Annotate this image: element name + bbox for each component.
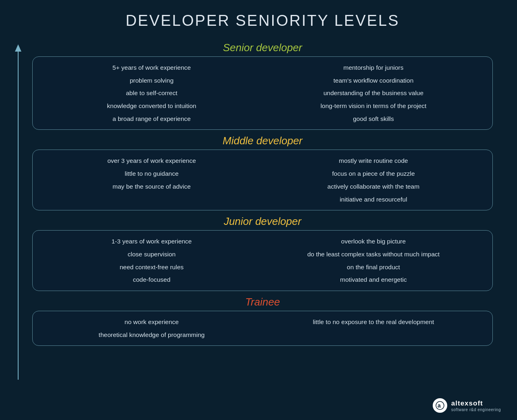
item-right-senior-4: good soft skills	[353, 114, 394, 123]
item-left-senior-2: able to self-correct	[126, 89, 177, 98]
item-right-junior-2: on the final product	[347, 263, 400, 272]
item-right-junior-3: motivated and energetic	[340, 275, 407, 284]
section-box-trainee: no work experiencetheoretical knowledge …	[32, 311, 493, 346]
item-left-trainee-1: theoretical knowledge of programming	[99, 331, 205, 339]
branding: a altexsoft software r&d engineering	[433, 398, 501, 413]
section-box-senior: 5+ years of work experienceproblem solvi…	[32, 56, 493, 130]
section-right-middle: mostly write routine codefocus on a piec…	[263, 156, 484, 204]
item-right-senior-1: team's workflow coordination	[334, 76, 414, 85]
item-right-middle-0: mostly write routine code	[339, 156, 408, 165]
item-right-middle-2: actively collaborate with the team	[327, 182, 419, 191]
item-left-middle-1: little to no guidance	[125, 169, 179, 178]
item-left-middle-2: may be the source of advice	[113, 182, 191, 191]
section-left-senior: 5+ years of work experienceproblem solvi…	[41, 63, 263, 123]
section-right-junior: overlook the big picturedo the least com…	[263, 237, 484, 284]
item-right-senior-2: understanding of the business value	[323, 89, 423, 98]
section-left-junior: 1-3 years of work experienceclose superv…	[41, 237, 263, 284]
item-left-senior-4: a broad range of experience	[113, 114, 191, 123]
page-title: DEVELOPER SENIORITY LEVELS	[32, 12, 493, 29]
item-left-junior-1: close supervision	[128, 250, 176, 259]
item-right-senior-0: mentorship for juniors	[343, 63, 403, 72]
section-title-trainee: Trainee	[32, 296, 493, 308]
item-left-senior-1: problem solving	[130, 76, 174, 85]
section-senior: Senior developer5+ years of work experie…	[32, 42, 493, 130]
item-right-junior-1: do the least complex tasks without much …	[307, 250, 440, 259]
section-trainee: Traineeno work experiencetheoretical kno…	[32, 296, 493, 346]
section-left-middle: over 3 years of work experiencelittle to…	[41, 156, 263, 204]
arrow-line	[18, 52, 19, 380]
item-right-middle-1: focus on a piece of the puzzle	[332, 169, 415, 178]
section-box-junior: 1-3 years of work experienceclose superv…	[32, 230, 493, 291]
item-left-senior-3: knowledge converted to intuition	[107, 102, 196, 110]
section-title-senior: Senior developer	[32, 42, 493, 54]
section-title-junior: Junior developer	[32, 215, 493, 228]
brand-text: altexsoft software r&d engineering	[451, 399, 501, 412]
svg-text:a: a	[438, 402, 441, 409]
section-right-senior: mentorship for juniorsteam's workflow co…	[263, 63, 484, 123]
vertical-arrow	[15, 44, 21, 380]
item-right-middle-3: initiative and resourceful	[340, 195, 407, 204]
section-box-middle: over 3 years of work experiencelittle to…	[32, 150, 493, 210]
section-title-middle: Middle developer	[32, 135, 493, 147]
item-right-senior-3: long-term vision in terms of the project	[321, 102, 427, 110]
brand-name: altexsoft	[451, 399, 483, 408]
page-wrapper: DEVELOPER SENIORITY LEVELS Senior develo…	[0, 0, 517, 420]
sections-container: Senior developer5+ years of work experie…	[32, 42, 493, 346]
arrow-head	[15, 44, 21, 52]
item-left-senior-0: 5+ years of work experience	[113, 63, 191, 72]
item-left-trainee-0: no work experience	[125, 318, 179, 326]
item-right-junior-0: overlook the big picture	[341, 237, 406, 246]
item-left-middle-0: over 3 years of work experience	[107, 156, 196, 165]
brand-logo: a	[433, 398, 447, 413]
section-junior: Junior developer1-3 years of work experi…	[32, 215, 493, 291]
section-left-trainee: no work experiencetheoretical knowledge …	[41, 318, 263, 339]
item-right-trainee-0: little to no exposure to the real develo…	[313, 318, 434, 326]
item-left-junior-2: need context-free rules	[120, 263, 184, 272]
section-middle: Middle developerover 3 years of work exp…	[32, 135, 493, 210]
item-left-junior-0: 1-3 years of work experience	[111, 237, 192, 246]
item-left-junior-3: code-focused	[133, 275, 170, 284]
section-right-trainee: little to no exposure to the real develo…	[263, 318, 484, 339]
brand-subtitle: software r&d engineering	[451, 408, 501, 412]
